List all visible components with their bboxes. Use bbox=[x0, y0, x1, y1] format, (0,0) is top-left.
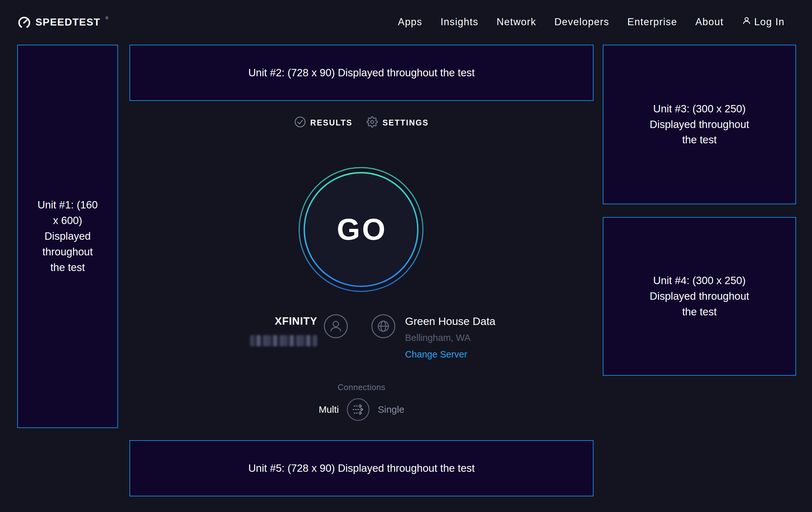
nav-item-network[interactable]: Network bbox=[497, 16, 536, 28]
nav-item-apps[interactable]: Apps bbox=[398, 16, 422, 28]
nav-item-insights[interactable]: Insights bbox=[440, 16, 478, 28]
isp-user-icon bbox=[323, 314, 348, 340]
speedtest-page: SPEEDTEST ® Apps Insights Network Develo… bbox=[0, 0, 812, 512]
tab-results[interactable]: RESULTS bbox=[294, 116, 352, 129]
nav-menu: Apps Insights Network Developers Enterpr… bbox=[398, 16, 785, 28]
ad-unit-5-text: Unit #5: (728 x 90) Displayed throughout… bbox=[249, 461, 475, 476]
redacted-ip-text bbox=[250, 335, 317, 346]
top-nav: SPEEDTEST ® Apps Insights Network Develo… bbox=[18, 0, 785, 44]
change-server-link[interactable]: Change Server bbox=[405, 349, 467, 360]
check-circle-icon bbox=[294, 116, 306, 129]
ad-unit-5[interactable]: Unit #5: (728 x 90) Displayed throughout… bbox=[129, 440, 593, 496]
connections-row: Multi Single bbox=[129, 398, 593, 421]
connection-mode-toggle[interactable] bbox=[346, 398, 370, 421]
view-tabs: RESULTS SETTINGS bbox=[129, 115, 593, 130]
ad-unit-3[interactable]: Unit #3: (300 x 250) Displayed throughou… bbox=[603, 45, 796, 204]
nav-item-enterprise[interactable]: Enterprise bbox=[627, 16, 677, 28]
ad-unit-1[interactable]: Unit #1: (160 x 600) Displayed throughou… bbox=[17, 45, 118, 428]
ad-unit-3-text: Unit #3: (300 x 250) Displayed throughou… bbox=[645, 101, 754, 148]
ad-unit-1-text: Unit #1: (160 x 600) Displayed throughou… bbox=[34, 197, 102, 275]
server-globe-icon bbox=[371, 314, 396, 340]
connections-label: Connections bbox=[129, 382, 593, 392]
brand-trademark: ® bbox=[106, 16, 109, 20]
isp-name: XFINITY bbox=[204, 315, 317, 327]
multi-connection-icon bbox=[346, 398, 370, 421]
gear-icon bbox=[367, 116, 378, 129]
ad-unit-4-text: Unit #4: (300 x 250) Displayed throughou… bbox=[645, 273, 754, 320]
nav-item-developers[interactable]: Developers bbox=[554, 16, 609, 28]
tab-settings-label: SETTINGS bbox=[382, 118, 429, 127]
nav-item-about[interactable]: About bbox=[695, 16, 724, 28]
login-label: Log In bbox=[754, 16, 785, 28]
nav-item-login[interactable]: Log In bbox=[742, 16, 785, 28]
server-name: Green House Data bbox=[405, 315, 496, 327]
go-button-label: GO bbox=[297, 166, 425, 293]
connections-multi-option[interactable]: Multi bbox=[319, 404, 339, 415]
tab-settings[interactable]: SETTINGS bbox=[367, 116, 429, 129]
brand-name: SPEEDTEST bbox=[35, 15, 100, 29]
tab-results-label: RESULTS bbox=[310, 118, 352, 127]
server-info: Green House Data Bellingham, WA Change S… bbox=[405, 315, 496, 360]
connections-single-option[interactable]: Single bbox=[378, 404, 404, 415]
brand-logo[interactable]: SPEEDTEST ® bbox=[18, 15, 109, 29]
user-icon bbox=[742, 16, 751, 28]
server-location: Bellingham, WA bbox=[405, 332, 496, 343]
speedtest-gauge-icon bbox=[18, 15, 31, 29]
ad-unit-4[interactable]: Unit #4: (300 x 250) Displayed throughou… bbox=[603, 217, 796, 376]
ad-unit-2[interactable]: Unit #2: (728 x 90) Displayed throughout… bbox=[129, 45, 593, 101]
ad-unit-2-text: Unit #2: (728 x 90) Displayed throughout… bbox=[249, 65, 475, 81]
go-button[interactable]: GO bbox=[297, 166, 425, 293]
